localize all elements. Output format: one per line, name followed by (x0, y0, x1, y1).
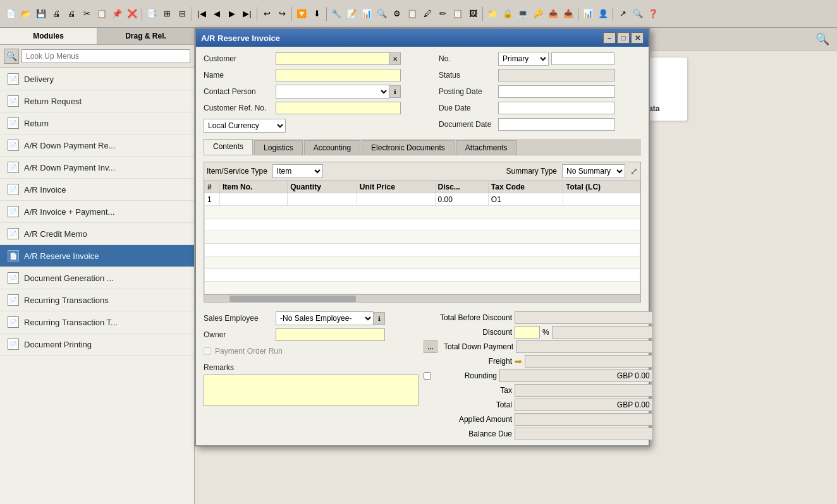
dialog-close-button[interactable]: ✕ (631, 32, 644, 44)
table-expand-button[interactable]: ⤢ (630, 166, 638, 176)
tool11-icon[interactable]: 📁 (486, 7, 499, 21)
tab-accounting[interactable]: Accounting (304, 140, 360, 155)
tool7-icon[interactable]: 🖊 (420, 7, 434, 21)
tool2-icon[interactable]: 📝 (345, 7, 358, 21)
dialog-maximize-button[interactable]: □ (617, 32, 630, 44)
paste-icon[interactable]: 📌 (110, 7, 124, 21)
down-payment-dots-button[interactable]: ... (424, 340, 437, 353)
first-icon[interactable]: |◀ (195, 7, 209, 21)
tool18-icon[interactable]: 👤 (596, 7, 610, 21)
sales-employee-info-button[interactable]: ℹ (374, 312, 385, 325)
line-items-table: # Item No. Quantity Unit Price Disc... T… (204, 181, 640, 294)
print2-icon[interactable]: 🖨 (64, 7, 78, 21)
delete-icon[interactable]: ❌ (125, 7, 139, 21)
sales-employee-group: -No Sales Employee- ℹ (276, 311, 385, 325)
customer-ref-row: Customer Ref. No. (204, 101, 406, 115)
table-row (205, 269, 640, 282)
tool17-icon[interactable]: 📊 (581, 7, 595, 21)
discount-pct-input[interactable] (515, 326, 540, 339)
tool10-icon[interactable]: 🖼 (466, 7, 480, 21)
filter2-icon[interactable]: ⬇ (310, 7, 324, 21)
posting-date-input[interactable]: 27.04.21 (498, 85, 615, 98)
tool13-icon[interactable]: 💻 (516, 7, 530, 21)
cell-unit-price[interactable] (357, 193, 435, 206)
tool5-icon[interactable]: ⚙ (390, 7, 404, 21)
cell-quantity[interactable] (288, 193, 357, 206)
balance-due-row: Balance Due (424, 428, 653, 440)
save-icon[interactable]: 💾 (34, 7, 48, 21)
total-down-payment-input (516, 340, 653, 353)
no-value-input[interactable]: 1306 (551, 52, 614, 65)
balance-due-input (515, 428, 653, 440)
contact-person-select[interactable] (276, 85, 389, 99)
rounding-input[interactable]: GBP 0.00 (499, 369, 653, 382)
rounding-checkbox[interactable] (424, 372, 431, 380)
customer-row: Customer ✕ (204, 52, 406, 66)
item-service-type-select[interactable]: Item Service (272, 164, 323, 178)
tab-contents[interactable]: Contents (204, 139, 253, 155)
tool8-icon[interactable]: ✏ (436, 7, 449, 21)
document-date-input[interactable]: 27.04.21 (498, 118, 615, 131)
prev-icon[interactable]: ◀ (210, 7, 224, 21)
tool16-icon[interactable]: 📥 (561, 7, 575, 21)
customer-clear-button[interactable]: ✕ (389, 52, 401, 65)
cell-tax-code[interactable]: O1 (488, 193, 563, 206)
sep4 (291, 7, 292, 21)
grid-icon[interactable]: ⊞ (160, 7, 174, 21)
print-icon[interactable]: 🖨 (49, 7, 63, 21)
tab-electronic-documents[interactable]: Electronic Documents (362, 140, 455, 155)
tool15-icon[interactable]: 📤 (546, 7, 560, 21)
next-icon[interactable]: ▶ (225, 7, 239, 21)
help-icon[interactable]: ❓ (646, 7, 660, 21)
customer-ref-input[interactable] (276, 102, 401, 114)
no-row: No. Primary 1306 (439, 52, 641, 66)
table-area: Item/Service Type Item Service Summary T… (204, 162, 641, 303)
no-label: No. (439, 54, 496, 63)
tool1-icon[interactable]: 🔧 (329, 7, 343, 21)
payment-order-checkbox[interactable] (204, 347, 211, 355)
due-date-input[interactable] (498, 102, 615, 114)
cell-total-lc (563, 193, 640, 206)
search2-icon[interactable]: 🔍 (631, 7, 645, 21)
no-type-select[interactable]: Primary (498, 52, 549, 66)
cell-item-no[interactable] (220, 193, 288, 206)
last-icon[interactable]: ▶| (240, 7, 254, 21)
freight-arrow-icon[interactable]: ➡ (515, 356, 522, 366)
summary-type-select[interactable]: No Summary Summary (562, 164, 625, 178)
tool9-icon[interactable]: 📋 (451, 7, 465, 21)
item-service-type-label: Item/Service Type (207, 167, 267, 176)
tool14-icon[interactable]: 🔑 (531, 7, 545, 21)
sep5 (326, 7, 327, 21)
copy-icon[interactable]: 📋 (95, 7, 109, 21)
form-icon[interactable]: 📑 (145, 7, 159, 21)
payment-order-row: Payment Order Run (204, 347, 418, 356)
owner-input[interactable] (276, 328, 385, 341)
currency-select[interactable]: Local Currency Foreign Currency (204, 119, 286, 133)
grid2-icon[interactable]: ⊟ (175, 7, 189, 21)
document-date-label: Document Date (439, 120, 496, 129)
filter-icon[interactable]: 🔽 (295, 7, 309, 21)
remarks-textarea[interactable] (204, 375, 418, 406)
table-scrollbar[interactable] (204, 294, 640, 302)
tool6-icon[interactable]: 📋 (405, 7, 419, 21)
name-input[interactable] (276, 69, 401, 81)
payment-order-label: Payment Order Run (215, 347, 283, 356)
new-icon[interactable]: 📄 (4, 7, 18, 21)
tool4-icon[interactable]: 🔍 (375, 7, 389, 21)
tool3-icon[interactable]: 📊 (360, 7, 374, 21)
freight-input[interactable] (525, 355, 653, 368)
dialog-minimize-button[interactable]: – (603, 32, 616, 44)
undo-icon[interactable]: ↩ (260, 7, 274, 21)
tab-logistics[interactable]: Logistics (254, 140, 303, 155)
open-icon[interactable]: 📂 (19, 7, 33, 21)
customer-input[interactable] (276, 52, 389, 65)
customer-ref-label: Customer Ref. No. (204, 104, 273, 112)
cut-icon[interactable]: ✂ (80, 7, 94, 21)
tool12-icon[interactable]: 🔒 (501, 7, 515, 21)
redo-icon[interactable]: ↪ (275, 7, 289, 21)
scrollbar-thumb (229, 296, 356, 302)
maximize-icon[interactable]: ↗ (616, 7, 630, 21)
tab-attachments[interactable]: Attachments (456, 140, 517, 155)
contact-person-info-button[interactable]: ℹ (389, 85, 401, 98)
sales-employee-select[interactable]: -No Sales Employee- (276, 311, 374, 325)
